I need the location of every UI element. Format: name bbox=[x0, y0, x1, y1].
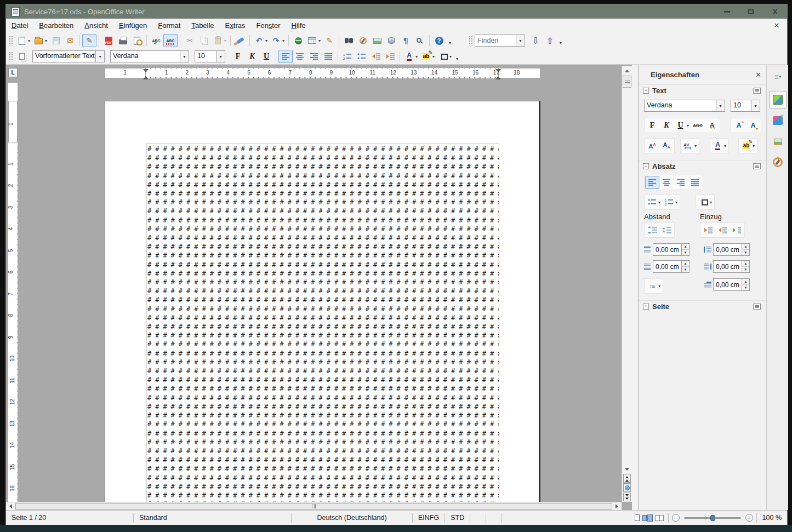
numbered-list-button[interactable]: 12▾ bbox=[662, 196, 679, 209]
data-sources-button[interactable] bbox=[384, 34, 398, 47]
document-text-line[interactable]: # # # # # # # # # # # # # # # # # # # # … bbox=[147, 216, 499, 225]
paste-button[interactable]: ▾ bbox=[211, 34, 228, 47]
document-text-line[interactable]: # # # # # # # # # # # # # # # # # # # # … bbox=[147, 455, 499, 464]
tab-stop-selector-button[interactable]: L bbox=[8, 68, 18, 77]
paragraph-dialog-launcher-icon[interactable] bbox=[753, 163, 761, 169]
bullet-list-button[interactable]: ▾ bbox=[645, 196, 662, 209]
dropdown-arrow-icon[interactable]: ▾ bbox=[432, 54, 435, 59]
document-text-line[interactable]: # # # # # # # # # # # # # # # # # # # # … bbox=[147, 375, 499, 384]
collapse-icon[interactable]: − bbox=[643, 88, 649, 94]
document-text-line[interactable]: # # # # # # # # # # # # # # # # # # # # … bbox=[147, 402, 499, 411]
dropdown-arrow-icon[interactable]: ▾ bbox=[753, 144, 755, 148]
menu-ansicht[interactable]: Ansicht bbox=[79, 20, 113, 31]
zoom-in-button[interactable]: + bbox=[745, 514, 753, 522]
increase-indent-button[interactable] bbox=[701, 224, 715, 237]
open-button[interactable]: ▾ bbox=[32, 34, 49, 47]
book-view-button[interactable] bbox=[655, 515, 664, 521]
above-paragraph-spacing-input[interactable] bbox=[653, 243, 681, 256]
collapse-icon[interactable]: − bbox=[643, 163, 649, 169]
find-input[interactable] bbox=[475, 35, 516, 46]
tab-styles[interactable] bbox=[769, 112, 787, 129]
italic-button[interactable]: K bbox=[659, 119, 674, 132]
subscript-button[interactable]: AA bbox=[659, 139, 674, 152]
scroll-right-button[interactable] bbox=[612, 502, 622, 510]
tab-gallery[interactable] bbox=[769, 133, 787, 150]
document-text-line[interactable]: # # # # # # # # # # # # # # # # # # # # … bbox=[147, 260, 499, 269]
below-paragraph-spacing-input[interactable] bbox=[653, 260, 681, 273]
spin-down-button[interactable]: ▼ bbox=[742, 250, 749, 255]
document-text-line[interactable]: # # # # # # # # # # # # # # # # # # # # … bbox=[147, 340, 499, 348]
page-style-status[interactable]: Standard bbox=[134, 514, 291, 522]
sidebar-font-size-value[interactable]: 10 bbox=[731, 100, 751, 111]
document-text-line[interactable]: # # # # # # # # # # # # # # # # # # # # … bbox=[147, 411, 499, 420]
text-boundary[interactable]: # # # # # # # # # # # # # # # # # # # # … bbox=[146, 143, 499, 502]
document-text-line[interactable]: # # # # # # # # # # # # # # # # # # # # … bbox=[147, 491, 499, 500]
highlighting-button[interactable]: ab▾ bbox=[739, 139, 756, 152]
page-dialog-launcher-icon[interactable] bbox=[753, 304, 761, 310]
menu-extras[interactable]: Extras bbox=[220, 20, 251, 31]
line-spacing-button[interactable]: ↕≡ ▾ bbox=[645, 279, 662, 293]
highlighting-button[interactable]: ab▾ bbox=[419, 50, 436, 63]
help-button[interactable]: ? bbox=[432, 34, 446, 47]
tab-properties[interactable] bbox=[769, 91, 787, 108]
find-replace-button[interactable] bbox=[341, 34, 356, 47]
dropdown-arrow-icon[interactable]: ▾ bbox=[265, 38, 267, 43]
document-text-line[interactable]: # # # # # # # # # # # # # # # # # # # # … bbox=[147, 438, 499, 447]
toolbar-more-button[interactable]: ▾ bbox=[453, 50, 461, 63]
close-document-button[interactable]: ✕ bbox=[771, 20, 783, 31]
find-previous-button[interactable]: ⇧ bbox=[543, 34, 557, 47]
sidebar-close-button[interactable]: ✕ bbox=[755, 71, 766, 79]
spin-up-button[interactable]: ▲ bbox=[742, 261, 749, 267]
bold-button[interactable]: F bbox=[645, 119, 659, 132]
first-line-indent-input[interactable] bbox=[713, 278, 742, 291]
document-text-line[interactable]: # # # # # # # # # # # # # # # # # # # # … bbox=[147, 367, 499, 375]
multi-page-view-button[interactable] bbox=[642, 515, 647, 521]
minimize-button[interactable] bbox=[715, 4, 739, 19]
bold-button[interactable]: F bbox=[231, 50, 245, 63]
align-right-button[interactable] bbox=[674, 176, 688, 189]
spin-down-button[interactable]: ▼ bbox=[742, 285, 749, 290]
character-spacing-button[interactable]: AV▾ bbox=[681, 139, 698, 152]
zoom-slider-thumb[interactable] bbox=[710, 515, 715, 521]
spin-down-button[interactable]: ▼ bbox=[682, 250, 689, 255]
dropdown-arrow-icon[interactable]: ▾ bbox=[282, 38, 284, 43]
increase-indent-button[interactable] bbox=[383, 50, 397, 63]
scroll-down-button[interactable] bbox=[622, 465, 632, 474]
dropdown-arrow-icon[interactable]: ▾ bbox=[658, 284, 660, 289]
document-text-line[interactable]: # # # # # # # # # # # # # # # # # # # # … bbox=[147, 189, 499, 198]
document-text-line[interactable]: # # # # # # # # # # # # # # # # # # # # … bbox=[147, 233, 499, 242]
align-justified-button[interactable] bbox=[688, 176, 702, 189]
send-email-button[interactable]: ✉ bbox=[63, 34, 77, 47]
next-page-button[interactable] bbox=[623, 493, 631, 501]
document-text-line[interactable]: # # # # # # # # # # # # # # # # # # # # … bbox=[147, 198, 499, 207]
toolbar-more-button[interactable]: ▾ bbox=[446, 34, 454, 47]
toolbar-grip[interactable] bbox=[9, 52, 13, 61]
menu-format[interactable]: Format bbox=[152, 20, 186, 31]
document-text-line[interactable]: # # # # # # # # # # # # # # # # # # # # … bbox=[147, 420, 499, 428]
findbar-grip[interactable] bbox=[469, 36, 472, 45]
font-color-button[interactable]: A▾ bbox=[711, 139, 728, 152]
formatting-marks-button[interactable]: ¶ bbox=[398, 34, 413, 47]
cut-button[interactable]: ✂ bbox=[183, 34, 197, 47]
menu-fenster[interactable]: Fenster bbox=[250, 20, 286, 31]
navigation-button[interactable] bbox=[623, 483, 631, 492]
dropdown-arrow-icon[interactable]: ▾ bbox=[710, 200, 712, 205]
underline-button[interactable]: U▾ bbox=[674, 119, 691, 132]
document-text-line[interactable]: # # # # # # # # # # # # # # # # # # # # … bbox=[147, 278, 499, 287]
single-page-view-button[interactable] bbox=[635, 514, 640, 521]
dropdown-arrow-icon[interactable]: ▾ bbox=[724, 144, 726, 148]
underline-button[interactable]: U bbox=[259, 50, 274, 63]
auto-spellcheck-button[interactable]: ABC bbox=[163, 34, 178, 47]
dropdown-arrow-icon[interactable]: ▾ bbox=[415, 54, 418, 59]
align-justified-button[interactable] bbox=[321, 50, 335, 63]
document-text-line[interactable]: # # # # # # # # # # # # # # # # # # # # … bbox=[147, 473, 499, 482]
font-name-value[interactable]: Verdana bbox=[111, 51, 180, 62]
switch-indent-button[interactable] bbox=[730, 224, 744, 237]
zoom-out-button[interactable]: − bbox=[672, 514, 680, 522]
insert-table-button[interactable]: ▾ bbox=[305, 34, 322, 47]
document-text-line[interactable]: # # # # # # # # # # # # # # # # # # # # … bbox=[147, 384, 499, 393]
dropdown-arrow-icon[interactable]: ▾ bbox=[449, 54, 452, 59]
font-color-button[interactable]: A▾ bbox=[402, 50, 419, 63]
document-text-line[interactable]: # # # # # # # # # # # # # # # # # # # # … bbox=[147, 269, 499, 278]
sidebar-menu-button[interactable]: ≡ bbox=[771, 71, 784, 82]
